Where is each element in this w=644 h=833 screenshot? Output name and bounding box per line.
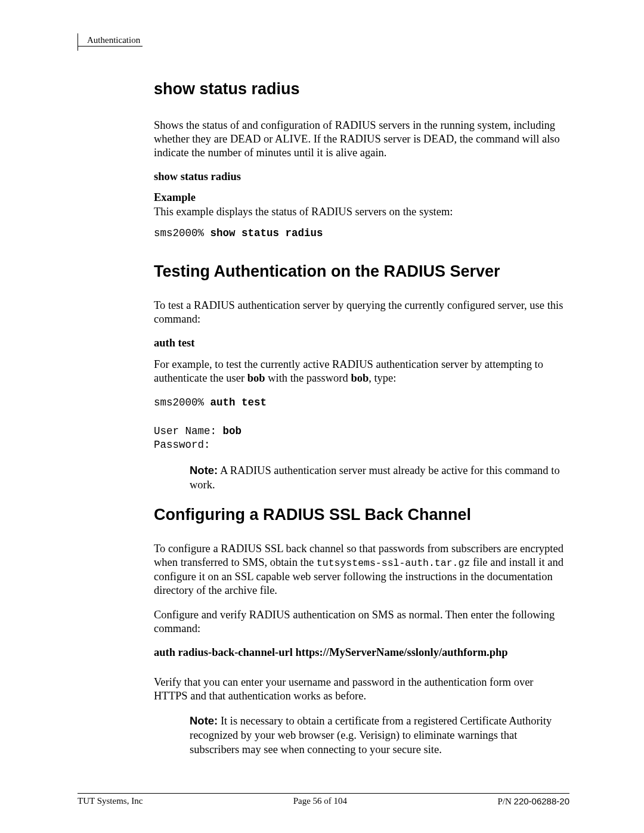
running-header: Authentication (78, 35, 143, 47)
testing-auth-example-desc: For example, to test the currently activ… (154, 358, 569, 385)
ssl-p1: To configure a RADIUS SSL back channel s… (154, 542, 569, 597)
show-status-desc: Shows the status of and configuration of… (154, 119, 569, 160)
footer-rule (78, 793, 569, 794)
note-ssl: Note: It is necessary to obtain a certif… (190, 714, 569, 757)
command: show status radius (210, 227, 323, 239)
content-area: show status radius Shows the status of a… (154, 80, 569, 757)
heading-show-status-radius: show status radius (154, 80, 569, 98)
prompt: sms2000% (154, 227, 210, 239)
note-label: Note: (190, 464, 218, 476)
ssl-cmd: auth radius-back-channel-url https://MyS… (154, 646, 569, 659)
ssl-p2: Configure and verify RADIUS authenticati… (154, 608, 569, 636)
command2: auth test (210, 397, 267, 408)
note-auth-test: Note: A RADIUS authentication server mus… (190, 463, 569, 492)
show-status-syntax: show status radius (154, 171, 569, 183)
footer-right: P/N 220-06288-20 (497, 796, 569, 807)
page: Authentication show status radius Shows … (0, 0, 644, 833)
example-code: sms2000% show status radius (154, 227, 569, 241)
note-text: A RADIUS authentication server must alre… (190, 465, 560, 491)
note-text2: It is necessary to obtain a certificate … (190, 715, 552, 755)
prompt2: sms2000% (154, 397, 210, 408)
footer-left: TUT Systems, Inc (78, 796, 143, 807)
heading-testing-auth: Testing Authentication on the RADIUS Ser… (154, 262, 569, 282)
footer-center: Page 56 of 104 (293, 796, 347, 807)
heading-ssl-back: Configuring a RADIUS SSL Back Channel (154, 505, 569, 525)
ssl-filename: tutsystems-ssl-auth.tar.gz (317, 558, 470, 569)
auth-test-code: sms2000% auth test User Name: bob Passwo… (154, 396, 569, 453)
auth-test-syntax: auth test (154, 337, 569, 349)
user-label: User Name: (154, 425, 223, 437)
example-label: Example (154, 191, 569, 204)
example-block: Example This example displays the status… (154, 191, 569, 240)
running-header-text: Authentication (87, 35, 140, 45)
password-line: Password: (154, 439, 210, 451)
ssl-p3: Verify that you can enter your username … (154, 676, 569, 703)
note-label2: Note: (190, 714, 218, 727)
example-desc: This example displays the status of RADI… (154, 205, 569, 219)
user-val: bob (223, 425, 242, 437)
testing-auth-intro: To test a RADIUS authentication server b… (154, 299, 569, 326)
footer: TUT Systems, Inc Page 56 of 104 P/N 220-… (78, 793, 569, 807)
